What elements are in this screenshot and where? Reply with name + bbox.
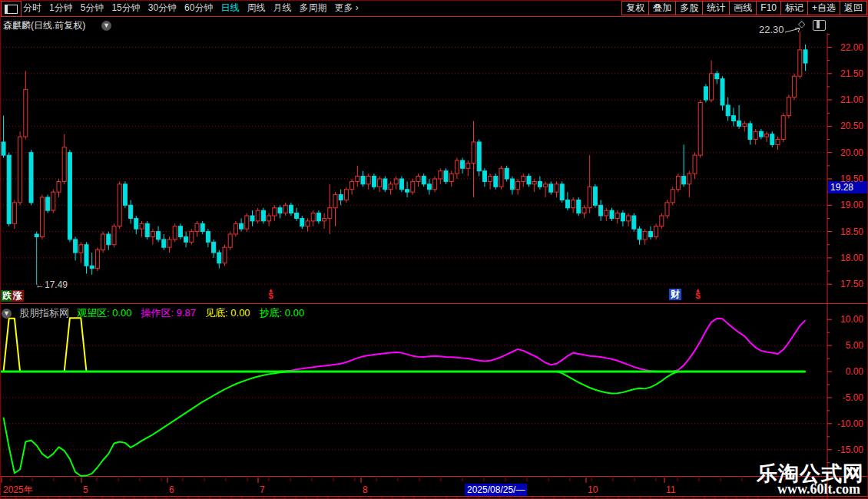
indicator-params: 观望区: 0.00操作区: 9.87见底: 0.00抄底: 0.00 [77,306,304,320]
price-axis-label: 22.00 [830,43,863,53]
indicator-collapse-icon[interactable]: ▼ [2,309,12,319]
dollar-signal-icon: ▲$ [695,288,701,299]
toolbar-action-button[interactable]: 叠加 [648,1,676,15]
toolbar-action-button[interactable]: 标记 [780,1,808,15]
toolbar-action-button[interactable]: 返回 [840,1,867,15]
date-axis-label: 6 [169,484,174,495]
chart-canvas[interactable] [0,0,868,499]
price-axis-label: 17.50 [830,279,863,289]
toolbar-action-button[interactable]: 统计 [702,1,730,15]
split-pane-icon [5,5,18,14]
price-axis-label: 21.50 [830,69,863,79]
window-split-button[interactable] [1,1,22,17]
period-tab[interactable]: 更多 › [334,2,358,15]
toolbar-action-button[interactable]: 画线 [729,1,757,15]
rise-signal-badge: 涨 [12,290,24,302]
chevron-down-icon[interactable]: ▼ [101,21,111,31]
indicator-axis-label: 10.00 [830,315,863,325]
low-price-annotation: ←17.49 [35,279,68,290]
period-tab[interactable]: 周线 [247,2,265,15]
indicator-axis-label: -10.00 [830,419,863,429]
period-tab[interactable]: 60分钟 [184,2,213,15]
date-axis-label: 11 [666,484,675,495]
date-axis-label: 10 [588,484,598,495]
indicator-axis-label: -15.00 [830,445,863,455]
price-axis-label: 19.50 [830,174,863,184]
date-axis-label: 8 [363,484,368,495]
finance-news-badge[interactable]: 财 [669,289,681,300]
period-tabs: 分时1分钟5分钟15分钟30分钟60分钟日线周线月线多周期更多 › [23,0,359,16]
indicator-param: 操作区: 9.87 [141,306,197,320]
period-tab[interactable]: 分时 [23,2,41,15]
indicator-param: 观望区: 0.00 [77,306,132,320]
selected-date-tag: 2025/08/25/— [465,484,527,496]
indicator-axis-label: -5.00 [830,393,863,403]
period-tab[interactable]: 5分钟 [81,2,104,15]
stock-title[interactable]: 森麒麟(日线.前复权) [3,19,85,32]
pane-icon[interactable] [813,20,826,31]
action-buttons: 复权叠加多股统计画线F10标记+自选返回 [622,1,867,15]
date-axis-label: 5 [83,484,88,495]
period-tab[interactable]: 1分钟 [49,2,73,15]
indicator-param: 抄底: 0.00 [260,306,305,320]
period-tab[interactable]: 15分钟 [111,2,140,15]
price-axis-label: 20.50 [830,121,863,131]
date-axis-label: 7 [260,484,265,495]
watermark-site-url: www.60lt.com [777,481,860,497]
toolbar-action-button[interactable]: 多股 [675,1,703,15]
period-tab[interactable]: 月线 [273,2,291,15]
toolbar-action-button[interactable]: 复权 [621,1,649,15]
indicator-name: 股朋指标网 [19,306,69,320]
toolbar-action-button[interactable]: F10 [756,1,781,15]
price-axis-label: 19.00 [830,200,863,210]
toolbar-action-button[interactable]: +自选 [807,1,840,15]
period-tab[interactable]: 日线 [220,2,239,15]
diamond-icon[interactable]: ◇ [798,18,805,29]
period-tab[interactable]: 多周期 [299,2,326,15]
price-axis-label: 21.00 [830,95,863,105]
date-axis-label: 2025年 [3,484,33,495]
indicator-axis-label: 5.00 [830,341,863,351]
indicator-axis-label: 0.00 [830,367,863,377]
high-price-annotation: 22.30 [759,24,784,35]
price-axis-label: 18.50 [830,227,863,237]
price-axis-label: 20.00 [830,148,863,158]
price-axis-label: 18.00 [830,253,863,263]
dollar-signal-icon: ▲$ [268,288,273,299]
period-tab[interactable]: 30分钟 [148,2,177,15]
indicator-param: 见底: 0.00 [205,306,250,320]
